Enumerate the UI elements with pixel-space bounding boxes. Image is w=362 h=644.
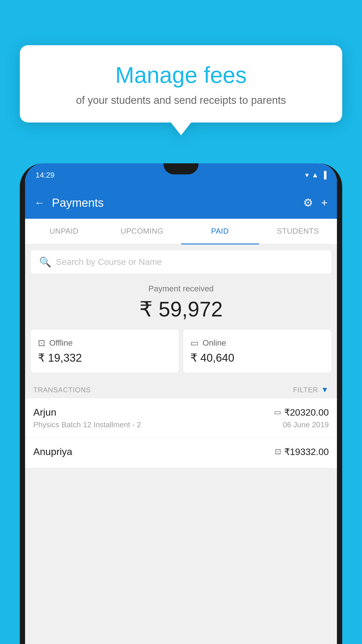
settings-icon[interactable]: ⚙	[303, 196, 313, 209]
notch-cutout	[164, 163, 198, 174]
phone-frame: 14:29 ▾ ▲ ▐ ← Payments ⚙ + UNPAID UPCOMI…	[20, 163, 342, 644]
speech-bubble-subtitle: of your students and send receipts to pa…	[34, 94, 328, 106]
app-bar-title: Payments	[52, 196, 303, 209]
offline-card: ⊡ Offline ₹ 19,332	[31, 330, 179, 372]
offline-icon: ⊡	[38, 338, 45, 348]
online-card-header: ▭ Online	[190, 338, 324, 348]
search-placeholder: Search by Course or Name	[56, 257, 162, 267]
tab-upcoming[interactable]: UPCOMING	[103, 219, 181, 244]
filter-button[interactable]: FILTER ▼	[293, 385, 329, 394]
transactions-header: TRANSACTIONS FILTER ▼	[25, 379, 337, 398]
payment-label: Payment received	[32, 284, 330, 293]
transaction-top-1: Arjun ▭ ₹20320.00	[33, 407, 329, 418]
payment-received-section: Payment received ₹ 59,972	[25, 274, 337, 330]
search-icon: 🔍	[39, 256, 51, 268]
filter-icon: ▼	[321, 385, 329, 394]
transaction-bottom-1: Physics Batch 12 Installment - 2 06 June…	[33, 420, 329, 429]
transaction-amount-2: ₹19332.00	[284, 446, 329, 457]
wifi-icon: ▾	[305, 171, 309, 179]
status-time: 14:29	[36, 171, 55, 180]
transaction-name-1: Arjun	[33, 407, 56, 418]
offline-amount: ₹ 19,332	[38, 351, 172, 364]
tab-unpaid[interactable]: UNPAID	[25, 219, 103, 244]
transaction-amount-wrap-1: ▭ ₹20320.00	[274, 407, 329, 418]
battery-icon: ▐	[321, 171, 326, 179]
signal-icon: ▲	[312, 171, 319, 179]
offline-payment-icon-2: ⊡	[275, 447, 281, 456]
filter-label: FILTER	[293, 386, 318, 394]
transaction-name-2: Anupriya	[33, 446, 72, 457]
online-card: ▭ Online ₹ 40,640	[183, 330, 331, 372]
transaction-date-1: 06 June 2019	[283, 420, 329, 429]
transactions-label: TRANSACTIONS	[33, 386, 91, 394]
search-bar[interactable]: 🔍 Search by Course or Name	[31, 250, 331, 274]
speech-bubble: Manage fees of your students and send re…	[20, 45, 342, 123]
phone-screen: 14:29 ▾ ▲ ▐ ← Payments ⚙ + UNPAID UPCOMI…	[25, 163, 337, 644]
offline-card-header: ⊡ Offline	[38, 338, 172, 348]
online-icon: ▭	[190, 338, 198, 348]
payment-amount: ₹ 59,972	[32, 297, 330, 321]
online-amount: ₹ 40,640	[190, 351, 324, 364]
app-bar: ← Payments ⚙ +	[25, 187, 337, 219]
add-button[interactable]: +	[321, 197, 328, 209]
table-row[interactable]: Arjun ▭ ₹20320.00 Physics Batch 12 Insta…	[25, 398, 337, 438]
online-label: Online	[203, 338, 226, 348]
transaction-amount-1: ₹20320.00	[284, 407, 329, 418]
transaction-amount-wrap-2: ⊡ ₹19332.00	[275, 446, 329, 457]
transaction-desc-1: Physics Batch 12 Installment - 2	[33, 420, 141, 429]
content-area: 🔍 Search by Course or Name Payment recei…	[25, 244, 337, 644]
online-payment-icon-1: ▭	[274, 408, 281, 417]
table-row[interactable]: Anupriya ⊡ ₹19332.00	[25, 438, 337, 468]
offline-label: Offline	[49, 338, 73, 348]
tabs-bar: UNPAID UPCOMING PAID STUDENTS	[25, 219, 337, 244]
status-icons: ▾ ▲ ▐	[305, 171, 326, 179]
transaction-top-2: Anupriya ⊡ ₹19332.00	[33, 446, 329, 457]
payment-cards: ⊡ Offline ₹ 19,332 ▭ Online ₹ 40,640	[25, 330, 337, 379]
tab-students[interactable]: STUDENTS	[259, 219, 337, 244]
back-button[interactable]: ←	[34, 197, 45, 209]
speech-bubble-title: Manage fees	[34, 63, 328, 88]
status-bar: 14:29 ▾ ▲ ▐	[25, 163, 337, 187]
tab-paid[interactable]: PAID	[181, 219, 259, 244]
app-bar-actions: ⚙ +	[303, 196, 328, 209]
